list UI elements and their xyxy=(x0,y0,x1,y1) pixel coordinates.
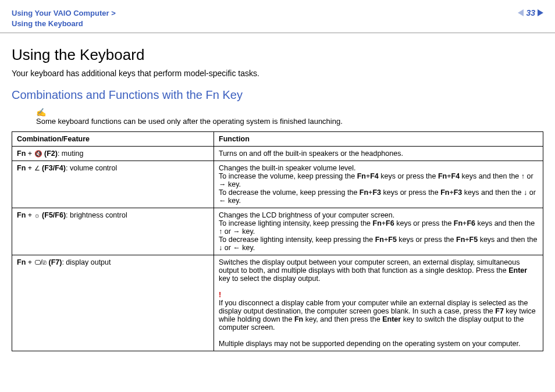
key-label: (F2) xyxy=(42,149,58,158)
t: keys or press the xyxy=(381,188,440,197)
breadcrumb: Using Your VAIO Computer > Using the Key… xyxy=(12,8,116,29)
t: key to select the display output. xyxy=(219,275,320,283)
t: Enter xyxy=(382,315,401,323)
right-arrow-icon: → xyxy=(219,180,226,188)
func-cell: Changes the built-in speaker volume leve… xyxy=(214,161,543,208)
func-cell: Changes the LCD brightness of your compu… xyxy=(214,208,543,255)
breadcrumb-line1: Using Your VAIO Computer > xyxy=(12,9,116,17)
combo-cell: Fn + ∠ (F3/F4): volume control xyxy=(12,161,214,208)
t: F4 xyxy=(370,172,379,180)
plus: + xyxy=(26,258,34,266)
right-arrow-icon: → xyxy=(233,227,240,236)
brightness-icon: ☼ xyxy=(34,212,40,219)
t: F6 xyxy=(386,219,394,227)
table-row: Fn + 🖵/⎚ (F7): display output Switches t… xyxy=(12,255,543,351)
section-heading: Combinations and Functions with the Fn K… xyxy=(12,88,543,102)
mute-icon: 🔇 xyxy=(34,150,42,157)
plus: + xyxy=(26,149,34,158)
t: Enter xyxy=(508,266,527,275)
t: Fn xyxy=(360,188,368,197)
prev-page-icon[interactable] xyxy=(518,9,524,16)
t: F6 xyxy=(467,219,475,227)
combo-cell: Fn + 🔇 (F2): muting xyxy=(12,147,214,161)
t: key. xyxy=(226,197,241,205)
plus: + xyxy=(26,164,34,172)
feature-label: : volume control xyxy=(66,164,117,172)
feature-label: : muting xyxy=(58,149,83,158)
func-line: Changes the LCD brightness of your compu… xyxy=(219,211,394,219)
t: Multiple displays may not be supported d… xyxy=(219,340,520,348)
fn-key: Fn xyxy=(17,211,26,219)
col-header-combo: Combination/Feature xyxy=(12,132,214,147)
table-row: Fn + 🔇 (F2): muting Turns on and off the… xyxy=(12,147,543,161)
t: keys or press the xyxy=(397,236,456,244)
breadcrumb-line2: Using the Keyboard xyxy=(12,19,83,28)
t: key, and then press the xyxy=(303,315,382,323)
t: If you disconnect a display cable from y… xyxy=(219,299,528,315)
t: Fn xyxy=(357,172,366,180)
key-label: (F5/F6) xyxy=(40,211,66,219)
func-line: Changes the built-in speaker volume leve… xyxy=(219,164,356,172)
plus: + xyxy=(26,211,34,219)
t: Fn xyxy=(456,236,465,244)
t: key. xyxy=(226,180,241,188)
table-row: Fn + ☼ (F5/F6): brightness control Chang… xyxy=(12,208,543,255)
content: Using the Keyboard Your keyboard has add… xyxy=(0,33,555,363)
intro-text: Your keyboard has additional keys that p… xyxy=(12,69,543,78)
col-header-func: Function xyxy=(214,132,543,147)
func-cell: Turns on and off the built-in speakers o… xyxy=(214,147,543,161)
lcd-icon: 🖵 xyxy=(34,259,41,266)
t: keys and then the xyxy=(460,172,521,180)
left-arrow-icon: ← xyxy=(219,197,226,205)
t: F7 xyxy=(495,307,504,315)
t: or xyxy=(527,188,536,197)
t: + xyxy=(447,172,451,180)
next-page-icon[interactable] xyxy=(538,9,543,16)
table-header-row: Combination/Feature Function xyxy=(12,132,543,147)
t: Fn xyxy=(294,315,303,323)
t: F4 xyxy=(451,172,460,180)
combo-cell: Fn + ☼ (F5/F6): brightness control xyxy=(12,208,214,255)
note-icon: ✍ xyxy=(36,108,543,117)
t: Fn xyxy=(440,188,449,197)
page-header: Using Your VAIO Computer > Using the Key… xyxy=(0,0,555,33)
display-icon: ⎚ xyxy=(42,259,47,266)
t: F3 xyxy=(454,188,462,197)
t: keys and then the xyxy=(478,236,537,244)
feature-label: : display output xyxy=(62,258,111,266)
combo-cell: Fn + 🖵/⎚ (F7): display output xyxy=(12,255,214,351)
t: + xyxy=(382,219,386,227)
t: F3 xyxy=(372,188,381,197)
note: ✍ Some keyboard functions can be used on… xyxy=(36,108,543,126)
fn-key: Fn xyxy=(17,258,26,266)
t: keys and then the xyxy=(462,188,524,197)
t: F5 xyxy=(388,236,397,244)
feature-label: : brightness control xyxy=(66,211,127,219)
t: or xyxy=(525,172,533,180)
t: or xyxy=(222,244,233,252)
t: F5 xyxy=(469,236,478,244)
fn-key: Fn xyxy=(17,164,26,172)
page-title: Using the Keyboard xyxy=(12,46,543,64)
t: key. xyxy=(240,227,255,236)
t: + xyxy=(465,236,469,244)
t: or xyxy=(222,227,233,236)
t: keys or press the xyxy=(379,172,438,180)
t: + xyxy=(449,188,453,197)
fn-key: Fn xyxy=(17,149,26,158)
table-row: Fn + ∠ (F3/F4): volume control Changes t… xyxy=(12,161,543,208)
t: Fn xyxy=(375,236,384,244)
t: To increase lighting intensity, keep pre… xyxy=(219,219,373,227)
volume-icon: ∠ xyxy=(34,165,40,172)
warning-icon: ! xyxy=(219,291,221,299)
t: keys and then the xyxy=(475,219,535,227)
key-label: (F7) xyxy=(47,258,62,266)
note-text: Some keyboard functions can be used only… xyxy=(36,117,543,126)
t: keys or press the xyxy=(394,219,454,227)
t: To increase the volume, keep pressing th… xyxy=(219,172,357,180)
fn-key-table: Combination/Feature Function Fn + 🔇 (F2)… xyxy=(12,131,543,351)
page-number: 33 xyxy=(526,8,535,17)
t: To decrease the volume, keep pressing th… xyxy=(219,188,360,197)
left-arrow-icon: ← xyxy=(233,244,240,252)
page-nav: 33 xyxy=(518,8,543,17)
